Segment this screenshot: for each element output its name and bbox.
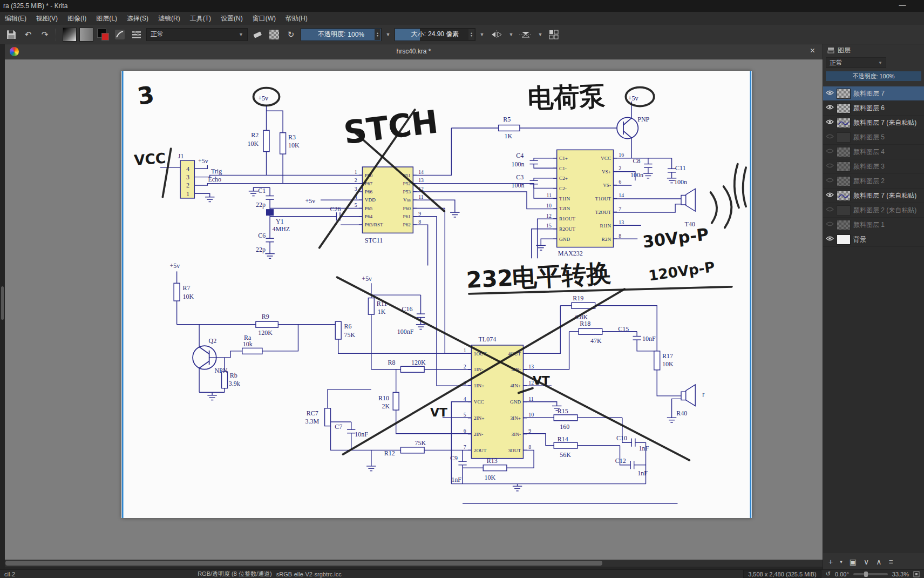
svg-text:9: 9 [528,428,531,434]
schematic-label: 4 [186,165,189,173]
schematic-label: 1nF [638,445,649,452]
svg-text:VCC: VCC [601,156,611,161]
zoom-fit-icon[interactable] [913,571,920,577]
layer-row[interactable]: 颜料图层 7 (来自粘贴) [823,116,924,130]
layer-row[interactable]: 颜料图层 2 [823,174,924,189]
pattern-chooser[interactable] [79,28,93,42]
minimize-button[interactable]: — [894,1,911,9]
svg-text:1: 1 [464,347,466,353]
schematic-label: 75K [344,331,356,339]
add-layer-dropdown[interactable]: ▾ [840,559,843,564]
redo-button[interactable]: ↷ [38,28,52,42]
brush-size-dropdown-arrow[interactable]: ▼ [478,28,486,41]
svg-text:14: 14 [619,192,624,198]
layer-row[interactable]: 颜料图层 6 [823,101,924,116]
layer-visibility-toggle[interactable] [826,90,834,97]
save-button[interactable] [4,28,18,42]
svg-text:2: 2 [464,364,466,369]
mirror-vertical-dropdown[interactable]: ▼ [536,28,544,41]
menu-item[interactable]: 工具(T) [185,12,216,25]
duplicate-layer-button[interactable]: ▣ [850,557,857,566]
schematic-label: 120K [258,329,273,337]
layer-visibility-toggle[interactable] [826,177,834,185]
move-layer-up-button[interactable]: ∧ [876,557,881,566]
layer-row[interactable]: 背景 [823,232,924,247]
svg-text:11: 11 [528,396,534,402]
status-zoom[interactable]: 33.3% [892,571,909,577]
layer-row[interactable]: 颜料图层 1 [823,218,924,232]
document-tab-title[interactable]: hrsc40.kra * [396,48,431,55]
layer-row[interactable]: 颜料图层 3 [823,159,924,174]
brush-editor-button[interactable] [130,28,144,42]
rotation-reset-icon[interactable]: ↺ [826,570,831,577]
layer-visibility-toggle[interactable] [826,206,834,214]
menu-item[interactable]: 图像(I) [63,12,91,25]
menu-item[interactable]: 视图(V) [31,12,63,25]
schematic-label: R10 [378,394,389,402]
reload-preset-button[interactable]: ↻ [284,28,298,42]
layer-visibility-toggle[interactable] [826,163,834,170]
eraser-icon [252,30,263,39]
add-layer-button[interactable]: + [828,557,833,566]
layer-visibility-toggle[interactable] [826,192,834,199]
tab-close-icon[interactable]: × [810,46,815,56]
layer-row[interactable]: 颜料图层 2 (来自粘贴) [823,203,924,218]
opacity-dropdown-arrow[interactable]: ▼ [384,28,392,41]
layer-visibility-toggle[interactable] [826,221,834,228]
gradient-chooser[interactable] [63,28,77,42]
undo-button[interactable]: ↶ [21,28,35,42]
mirror-vertical-button[interactable] [518,28,534,42]
foreground-background-colors[interactable] [96,28,110,42]
svg-text:C2-: C2- [559,186,567,191]
menu-item[interactable]: 帮助(H) [281,12,312,25]
zoom-slider-handle[interactable] [864,572,868,577]
layer-row[interactable]: 颜料图层 4 [823,145,924,159]
preserve-alpha-toggle[interactable] [267,28,281,42]
menu-item[interactable]: 选择(S) [122,12,153,25]
svg-text:STC11: STC11 [365,237,383,244]
move-layer-down-button[interactable]: ∨ [864,557,869,566]
layer-properties-button[interactable]: ≡ [888,557,893,566]
layer-visibility-toggle[interactable] [826,133,834,141]
schematic-label: R8 [388,359,395,366]
menu-item[interactable]: 编辑(E) [0,12,31,25]
menu-item[interactable]: 窗口(W) [248,12,281,25]
menu-item[interactable]: 图层(L) [91,12,122,25]
layer-visibility-toggle[interactable] [826,119,834,126]
horizontal-scrollbar[interactable] [5,560,823,567]
layer-visibility-toggle[interactable] [826,236,834,243]
layer-blend-mode-value: 正常 [830,58,843,68]
wraparound-mode-button[interactable] [547,28,561,42]
layer-thumbnail [837,162,851,172]
layer-blend-mode-select[interactable]: 正常 ▼ [826,57,886,68]
layer-visibility-toggle[interactable] [826,148,834,156]
krita-window: ra (325.5 MiB) * - Krita — 编辑(E)视图(V)图像(… [0,0,924,578]
brush-size-spinner[interactable]: ▴▾ [468,29,474,40]
canvas-area[interactable]: P501P672P663VDD4P655P64P63/RSTP5114P5213… [5,59,823,560]
horizontal-scrollbar-thumb[interactable] [5,561,602,566]
brush-preset-chooser[interactable] [113,28,127,42]
opacity-slider[interactable]: 不透明度: 100% ▴▾ [301,28,382,41]
mirror-horizontal-dropdown[interactable]: ▼ [507,28,515,41]
canvas-page[interactable]: P501P672P663VDD4P655P64P63/RSTP5114P5213… [121,71,752,518]
left-scrollbar-thumb[interactable] [1,286,4,320]
menu-item[interactable]: 滤镜(R) [153,12,185,25]
eraser-toggle[interactable] [250,28,264,42]
status-rotation[interactable]: 0.00° [835,571,849,577]
mirror-horizontal-button[interactable] [488,28,505,42]
layer-visibility-toggle[interactable] [826,104,834,112]
layer-opacity-slider[interactable]: 不透明度: 100% [826,71,921,81]
blend-mode-select[interactable]: 正常 ▼ [146,28,248,41]
left-scrollbar[interactable] [0,44,5,569]
svg-text:R1OUT: R1OUT [559,216,575,221]
layer-row[interactable]: 颜料图层 7 (来自粘贴) [823,189,924,203]
menu-item[interactable]: 设置(N) [216,12,248,25]
brush-size-slider[interactable]: 大小: 24.90 像素 ▴▾ [395,28,475,41]
svg-text:2IN-: 2IN- [474,432,483,437]
schematic-label: 100n [630,171,643,179]
svg-text:6: 6 [464,428,466,434]
layer-row[interactable]: 颜料图层 5 [823,130,924,145]
layer-row[interactable]: 颜料图层 7 [823,86,924,101]
zoom-slider[interactable] [853,573,888,575]
opacity-spinner[interactable]: ▴▾ [375,29,381,40]
